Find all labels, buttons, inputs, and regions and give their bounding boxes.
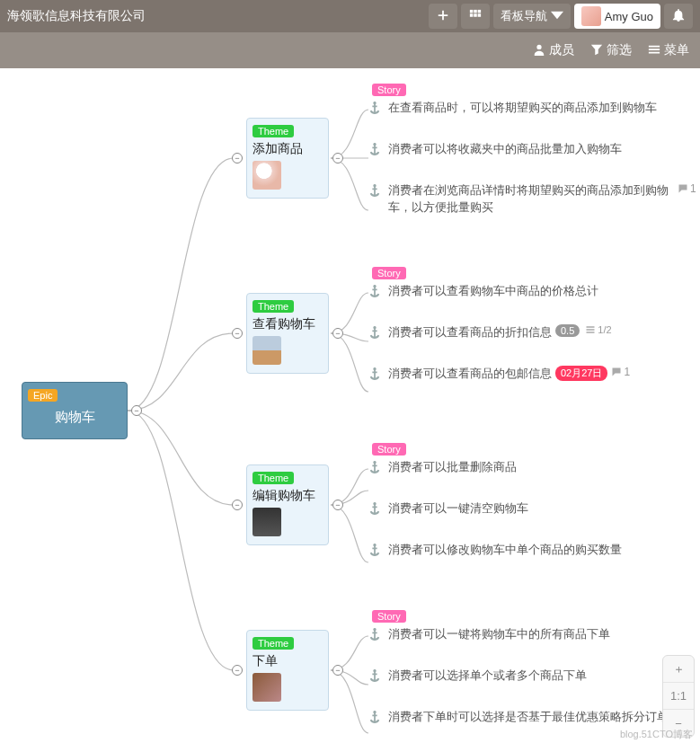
anchor-icon (368, 326, 381, 339)
caret-down-icon (551, 9, 563, 24)
story-text: 消费者可以一键清空购物车 (388, 500, 528, 517)
menu-label: 菜单 (664, 42, 689, 58)
theme-tag: Theme (253, 300, 294, 313)
user-avatar (581, 6, 601, 26)
story-text: 消费者可以查看商品的折扣信息 (388, 324, 552, 341)
theme-title: 添加商品 (253, 141, 323, 157)
anchor-icon (368, 669, 381, 682)
notifications-button[interactable] (664, 4, 693, 29)
story-row[interactable]: 消费者可以一键清空购物车 (368, 500, 622, 517)
secondary-bar: 成员 筛选 菜单 (0, 32, 700, 68)
story-group-4: Story 消费者可以一键将购物车中的所有商品下单 消费者可以选择单个或者多个商… (368, 609, 669, 743)
user-button[interactable]: Amy Guo (574, 4, 660, 29)
menu-button[interactable]: 菜单 (648, 42, 689, 58)
story-text: 消费者可以修改购物车中单个商品的购买数量 (388, 542, 622, 558)
theme-thumb (253, 673, 281, 702)
company-name: 海领歌信息科技有限公司 (7, 8, 425, 24)
story-text: 在查看商品时，可以将期望购买的商品添加到购物车 (388, 100, 657, 116)
story-row[interactable]: 消费者可以查看购物车中商品的价格总计 (368, 283, 630, 299)
watermark: blog.51CTO博客 (620, 728, 693, 741)
story-row[interactable]: 在查看商品时，可以将期望购买的商品添加到购物车 (368, 100, 685, 116)
story-row[interactable]: 消费者下单时可以选择是否基于最佳优惠策略拆分订单 (368, 709, 669, 725)
anchor-icon (368, 143, 381, 155)
toggle-theme-2-r[interactable]: − (332, 328, 343, 339)
svg-rect-1 (474, 9, 477, 13)
board-nav-label: 看板导航 (501, 8, 547, 24)
zoom-reset-button[interactable]: 1:1 (663, 683, 694, 710)
toggle-theme-1-r[interactable]: − (332, 153, 343, 164)
story-text: 消费者可以一键将购物车中的所有商品下单 (388, 626, 610, 642)
epic-node[interactable]: Epic 购物车 (22, 382, 128, 439)
story-text: 消费者可以查看商品的包邮信息 (388, 366, 552, 382)
filter-button[interactable]: 筛选 (590, 42, 632, 58)
grid-icon (469, 9, 482, 24)
plus-icon (437, 9, 449, 24)
story-tag: Story (372, 84, 406, 96)
story-row[interactable]: 消费者在浏览商品详情时将期望购买的商品添加到购物车，以方便批量购买 1 (368, 182, 685, 215)
apps-button[interactable] (461, 4, 490, 29)
task-progress: 1/2 (585, 324, 611, 335)
story-text: 消费者可以选择单个或者多个商品下单 (388, 668, 587, 684)
theme-title: 编辑购物车 (253, 488, 323, 504)
zoom-controls: ＋ 1:1 − (662, 655, 695, 738)
story-row[interactable]: 消费者可以查看商品的折扣信息 0.5 1/2 (368, 324, 630, 341)
estimate-badge: 0.5 (555, 324, 580, 337)
anchor-icon (368, 461, 381, 473)
zoom-in-button[interactable]: ＋ (663, 656, 694, 683)
anchor-icon (368, 711, 381, 723)
theme-node-2[interactable]: Theme 查看购物车 (246, 293, 329, 374)
svg-rect-3 (470, 13, 474, 17)
theme-title: 下单 (253, 653, 323, 669)
top-bar: 海领歌信息科技有限公司 看板导航 Amy Guo (0, 0, 700, 32)
theme-thumb (253, 508, 281, 536)
user-icon (533, 43, 545, 58)
theme-node-1[interactable]: Theme 添加商品 (246, 118, 329, 199)
mindmap-canvas[interactable]: Epic 购物车 − − Theme 添加商品 − − Theme 查看购物车 … (0, 68, 700, 743)
filter-icon (590, 43, 603, 58)
theme-tag: Theme (253, 472, 294, 484)
story-row[interactable]: 消费者可以一键将购物车中的所有商品下单 (368, 626, 669, 642)
toggle-theme-4[interactable]: − (232, 665, 243, 676)
story-row[interactable]: 消费者可以修改购物车中单个商品的购买数量 (368, 542, 622, 558)
story-tag: Story (372, 610, 406, 623)
theme-tag: Theme (253, 125, 294, 137)
toggle-theme-1[interactable]: − (232, 153, 243, 164)
comment-count[interactable]: 1 (678, 182, 696, 195)
menu-icon (648, 43, 660, 58)
anchor-icon (368, 544, 381, 556)
anchor-icon (368, 102, 381, 114)
anchor-icon (368, 628, 381, 641)
bell-icon (672, 9, 685, 24)
date-badge: 02月27日 (555, 366, 607, 381)
theme-node-4[interactable]: Theme 下单 (246, 630, 329, 711)
add-button[interactable] (429, 4, 457, 29)
theme-tag: Theme (253, 637, 294, 650)
anchor-icon (368, 285, 381, 297)
epic-title: 购物车 (28, 409, 121, 426)
comment-count[interactable]: 1 (611, 366, 630, 378)
toggle-theme-4-r[interactable]: − (332, 665, 343, 676)
theme-thumb (253, 336, 281, 365)
story-row[interactable]: 消费者可以选择单个或者多个商品下单 (368, 668, 669, 684)
svg-rect-0 (470, 9, 474, 13)
story-row[interactable]: 消费者可以将收藏夹中的商品批量加入购物车 (368, 141, 685, 157)
story-group-2: Story 消费者可以查看购物车中商品的价格总计 消费者可以查看商品的折扣信息 … (368, 266, 630, 408)
toggle-theme-2[interactable]: − (232, 328, 243, 339)
toggle-epic[interactable]: − (131, 405, 142, 416)
story-row[interactable]: 消费者可以批量删除商品 (368, 459, 622, 475)
filter-label: 筛选 (607, 42, 632, 58)
members-label: 成员 (549, 42, 574, 58)
board-nav-button[interactable]: 看板导航 (493, 4, 571, 29)
story-row[interactable]: 消费者可以查看商品的包邮信息 02月27日 1 (368, 366, 630, 382)
story-group-3: Story 消费者可以批量删除商品 消费者可以一键清空购物车 消费者可以修改购物… (368, 442, 622, 584)
theme-title: 查看购物车 (253, 316, 323, 332)
story-text: 消费者可以将收藏夹中的商品批量加入购物车 (388, 141, 622, 157)
members-button[interactable]: 成员 (533, 42, 574, 58)
svg-rect-5 (477, 13, 481, 17)
theme-node-3[interactable]: Theme 编辑购物车 (246, 464, 329, 545)
toggle-theme-3-r[interactable]: − (332, 500, 343, 510)
toggle-theme-3[interactable]: − (232, 500, 243, 510)
story-tag: Story (372, 443, 406, 456)
zoom-label: 1:1 (670, 689, 687, 703)
plus-icon: ＋ (673, 661, 685, 677)
